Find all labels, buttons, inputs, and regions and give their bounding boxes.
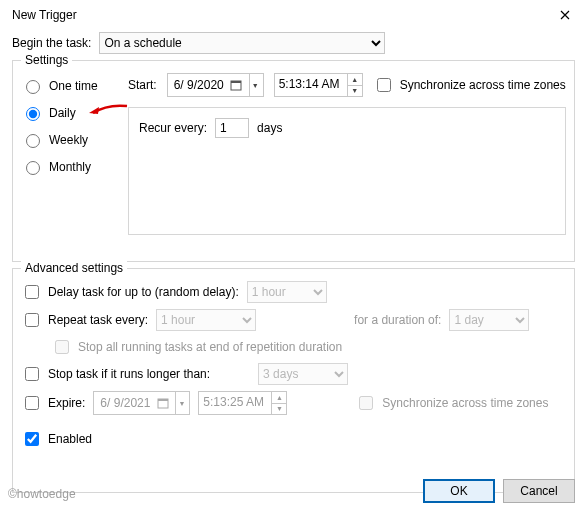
radio-daily-input[interactable] — [26, 107, 40, 121]
stop-longer-input[interactable] — [25, 367, 39, 381]
title-bar: New Trigger — [6, 4, 581, 28]
duration-label: for a duration of: — [354, 313, 441, 327]
expire-label: Expire: — [48, 396, 85, 410]
delay-input[interactable] — [25, 285, 39, 299]
enabled-checkbox[interactable]: Enabled — [21, 429, 92, 449]
expire-sync-checkbox: Synchronize across time zones — [355, 393, 548, 413]
time-spinner: ▲ ▼ — [271, 392, 286, 414]
radio-daily[interactable]: Daily — [21, 104, 116, 121]
expire-row: Expire: 6/ 9/2021 ▼ ▲ ▼ Synchronize acro… — [21, 391, 566, 415]
expire-sync-input — [359, 396, 373, 410]
delay-label: Delay task for up to (random delay): — [48, 285, 239, 299]
recur-row: Recur every: days — [139, 118, 555, 138]
radio-onetime-input[interactable] — [26, 80, 40, 94]
expire-date-picker: 6/ 9/2021 ▼ — [93, 391, 190, 415]
delay-checkbox[interactable]: Delay task for up to (random delay): — [21, 282, 239, 302]
stop-longer-checkbox[interactable]: Stop task if it runs longer than: — [21, 364, 210, 384]
recur-unit: days — [257, 121, 282, 135]
radio-monthly-input[interactable] — [26, 161, 40, 175]
start-time-value[interactable] — [275, 74, 347, 94]
begin-task-label: Begin the task: — [12, 36, 91, 50]
spin-down-icon[interactable]: ▼ — [348, 86, 362, 97]
start-date-value: 6/ 9/2020 — [174, 78, 224, 92]
close-button[interactable] — [549, 4, 581, 26]
repeat-combo: 1 hour — [156, 309, 256, 331]
spin-down-icon: ▼ — [272, 404, 286, 415]
repeat-input[interactable] — [25, 313, 39, 327]
cancel-button[interactable]: Cancel — [503, 479, 575, 503]
expire-date-value: 6/ 9/2021 — [100, 396, 150, 410]
svg-rect-3 — [158, 399, 168, 401]
begin-task-row: Begin the task: On a schedule — [12, 32, 575, 54]
enabled-row: Enabled — [21, 429, 566, 449]
expire-sync-label: Synchronize across time zones — [382, 396, 548, 410]
svg-rect-1 — [231, 81, 241, 83]
sync-tz-input[interactable] — [377, 78, 391, 92]
radio-daily-label: Daily — [49, 106, 76, 120]
expire-input[interactable] — [25, 396, 39, 410]
watermark: ©howtoedge — [8, 487, 76, 501]
dialog-footer: OK Cancel — [423, 479, 575, 503]
start-label: Start: — [128, 78, 157, 92]
settings-flex: One time Daily Weekly Monthly — [21, 67, 566, 235]
stop-longer-label: Stop task if it runs longer than: — [48, 367, 210, 381]
date-dropdown-icon[interactable]: ▼ — [249, 74, 261, 96]
radio-onetime-label: One time — [49, 79, 98, 93]
ok-button[interactable]: OK — [423, 479, 495, 503]
expire-time-picker: ▲ ▼ — [198, 391, 287, 415]
spin-up-icon: ▲ — [272, 392, 286, 404]
stop-end-label: Stop all running tasks at end of repetit… — [78, 340, 342, 354]
delay-combo: 1 hour — [247, 281, 327, 303]
radio-monthly[interactable]: Monthly — [21, 158, 116, 175]
settings-group: Settings One time Daily Weekly M — [12, 60, 575, 262]
dialog-title: New Trigger — [12, 8, 77, 22]
date-dropdown-icon: ▼ — [175, 392, 187, 414]
recur-value-input[interactable] — [215, 118, 249, 138]
recur-label: Recur every: — [139, 121, 207, 135]
radio-weekly[interactable]: Weekly — [21, 131, 116, 148]
sync-tz-label: Synchronize across time zones — [400, 78, 566, 92]
advanced-group: Advanced settings Delay task for up to (… — [12, 268, 575, 493]
stop-end-input — [55, 340, 69, 354]
enabled-input[interactable] — [25, 432, 39, 446]
stop-longer-combo: 3 days — [258, 363, 348, 385]
sync-tz-checkbox[interactable]: Synchronize across time zones — [373, 75, 566, 95]
radio-monthly-label: Monthly — [49, 160, 91, 174]
repeat-row: Repeat task every: 1 hour for a duration… — [21, 309, 566, 331]
expire-checkbox[interactable]: Expire: — [21, 393, 85, 413]
start-date-picker[interactable]: 6/ 9/2020 ▼ — [167, 73, 264, 97]
radio-weekly-input[interactable] — [26, 134, 40, 148]
stop-end-row: Stop all running tasks at end of repetit… — [21, 337, 566, 357]
enabled-label: Enabled — [48, 432, 92, 446]
delay-row: Delay task for up to (random delay): 1 h… — [21, 281, 566, 303]
radio-weekly-label: Weekly — [49, 133, 88, 147]
spin-up-icon[interactable]: ▲ — [348, 74, 362, 86]
start-row: Start: 6/ 9/2020 ▼ ▲ ▼ — [128, 73, 566, 97]
repeat-checkbox[interactable]: Repeat task every: — [21, 310, 148, 330]
settings-right: Start: 6/ 9/2020 ▼ ▲ ▼ — [128, 71, 566, 235]
close-icon — [560, 10, 570, 20]
recur-panel: Recur every: days — [128, 107, 566, 235]
schedule-radios: One time Daily Weekly Monthly — [21, 77, 116, 235]
time-spinner[interactable]: ▲ ▼ — [347, 74, 362, 96]
begin-task-combo[interactable]: On a schedule — [99, 32, 385, 54]
new-trigger-dialog: New Trigger Begin the task: On a schedul… — [0, 0, 587, 511]
stop-end-checkbox: Stop all running tasks at end of repetit… — [51, 337, 342, 357]
start-time-picker[interactable]: ▲ ▼ — [274, 73, 363, 97]
duration-combo: 1 day — [449, 309, 529, 331]
calendar-icon — [230, 79, 243, 92]
calendar-icon — [156, 397, 169, 410]
stop-longer-row: Stop task if it runs longer than: 3 days — [21, 363, 566, 385]
advanced-legend: Advanced settings — [21, 261, 127, 275]
repeat-label: Repeat task every: — [48, 313, 148, 327]
radio-onetime[interactable]: One time — [21, 77, 116, 94]
settings-legend: Settings — [21, 53, 72, 67]
expire-time-value — [199, 392, 271, 412]
